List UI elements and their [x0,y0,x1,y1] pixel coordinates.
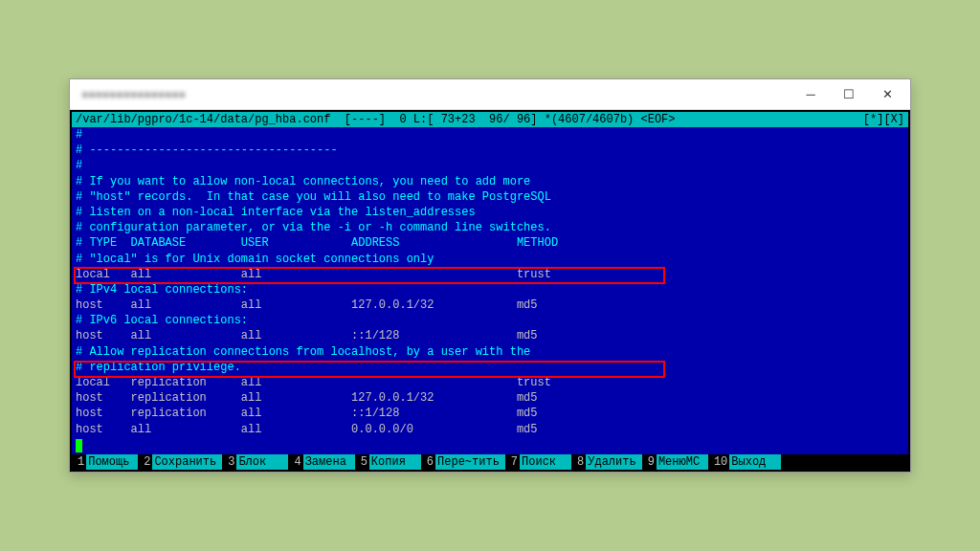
status-indicators: [*][X] [863,113,904,126]
terminal: /var/lib/pgpro/1c-14/data/pg_hba.conf [-… [70,110,910,472]
editor-line: local all all trust [76,267,904,282]
fkey-help[interactable]: 1Помощь [72,454,138,470]
editor-line: # replication privilege. [76,360,904,375]
editor-line: local replication all trust [76,375,904,390]
cursor-icon [76,439,82,452]
editor-line: # If you want to allow non-local connect… [76,174,904,189]
editor-cursor-line [76,437,904,452]
fkey-search[interactable]: 7Поиск [505,454,571,470]
editor-line: # TYPE DATABASE USER ADDRESS METHOD [76,235,904,251]
fkey-replace[interactable]: 4Замена [288,454,354,470]
fkey-menu[interactable]: 9МенюMC [642,454,708,470]
fkey-block[interactable]: 3Блок [222,454,288,470]
function-key-bar: 1Помощь 2Сохранить 3Блок 4Замена 5Копия … [72,454,908,470]
editor-line: # configuration parameter, or via the -i… [76,220,904,235]
status-file-info: /var/lib/pgpro/1c-14/data/pg_hba.conf [-… [76,113,863,126]
close-button[interactable]: ✕ [868,81,906,108]
editor-line: # IPv4 local connections: [76,282,904,298]
titlebar: ■■■■■■■■■■■■■■■ ─ ☐ ✕ [70,79,910,110]
fkey-move[interactable]: 6Пере~тить [421,454,505,470]
window-title: ■■■■■■■■■■■■■■■ [74,88,791,101]
fkey-save[interactable]: 2Сохранить [138,454,222,470]
editor-line: # IPv6 local connections: [76,313,904,328]
editor-line: # [76,158,904,173]
editor-line: # [76,127,904,143]
editor-status-line: /var/lib/pgpro/1c-14/data/pg_hba.conf [-… [72,112,908,127]
editor-line: host all all 0.0.0.0/0 md5 [76,422,904,437]
editor-line: # "host" records. In that case you will … [76,189,904,205]
editor-line: host all all ::1/128 md5 [76,328,904,343]
editor-line: # "local" is for Unix domain socket conn… [76,252,904,267]
editor-pane[interactable]: # # ------------------------------------… [72,127,908,454]
minimize-button[interactable]: ─ [791,81,830,108]
maximize-button[interactable]: ☐ [830,81,868,108]
editor-line: host all all 127.0.0.1/32 md5 [76,298,904,313]
editor-line: # Allow replication connections from loc… [76,344,904,360]
app-window: ■■■■■■■■■■■■■■■ ─ ☐ ✕ /var/lib/pgpro/1c-… [69,78,911,473]
editor-line: # listen on a non-local interface via th… [76,205,904,220]
editor-line: host replication all ::1/128 md5 [76,406,904,421]
fkey-delete[interactable]: 8Удалить [571,454,642,470]
editor-line: # ------------------------------------ [76,143,904,158]
fkey-exit[interactable]: 10Выход [708,454,781,470]
editor-line: host replication all 127.0.0.1/32 md5 [76,390,904,406]
fkey-copy[interactable]: 5Копия [355,454,421,470]
